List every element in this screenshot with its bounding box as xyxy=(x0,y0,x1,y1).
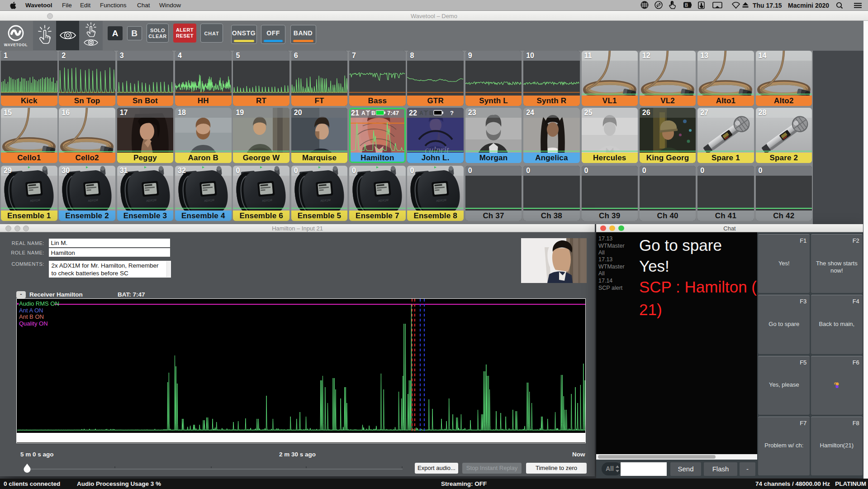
svg-text:A: A xyxy=(361,110,365,116)
svg-text:WAVETOOL: WAVETOOL xyxy=(4,43,28,47)
svg-text:?: ? xyxy=(450,110,454,116)
svg-text:B: B xyxy=(685,3,688,8)
svg-text:21: 21 xyxy=(351,109,359,117)
svg-text:22: 22 xyxy=(409,109,417,117)
svg-text:B: B xyxy=(429,110,433,116)
svg-text:B: B xyxy=(371,110,375,116)
svg-text:7:47: 7:47 xyxy=(387,110,399,116)
svg-text:A: A xyxy=(419,110,423,116)
